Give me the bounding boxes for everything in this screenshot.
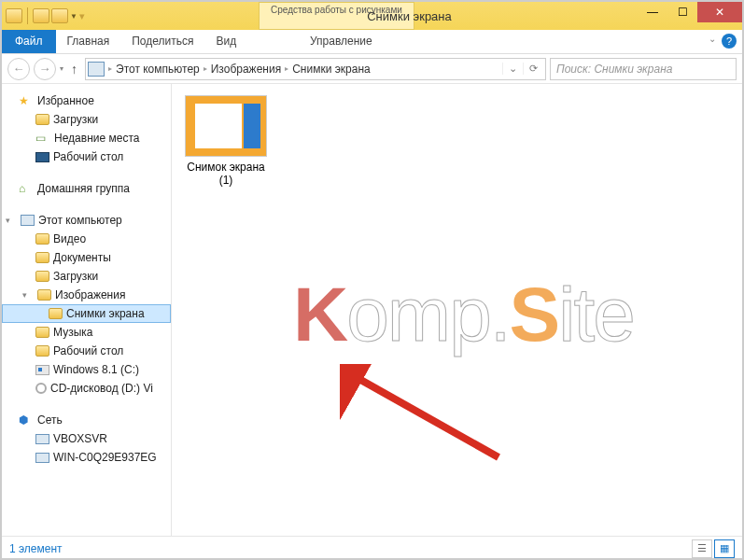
folder-icon [35,327,49,338]
minimize-button[interactable]: — [638,2,667,22]
tree-label: Загрузки [53,113,98,126]
tab-view[interactable]: Вид [204,30,247,53]
expand-icon[interactable]: ▾ [22,290,32,300]
tree-label: Windows 8.1 (C:) [53,363,139,376]
new-folder-icon[interactable] [51,8,68,23]
netpc-icon [35,453,49,463]
file-label: Снимок экрана (1) [183,161,269,187]
back-button[interactable]: ← [7,58,30,80]
qat-dropdown-icon[interactable]: ▼ [70,12,77,21]
up-button[interactable]: ↑ [67,62,81,77]
view-details-button[interactable]: ☰ [692,539,712,558]
search-input[interactable]: Поиск: Снимки экрана [550,58,737,80]
annotation-arrow [340,364,526,476]
refresh-icon[interactable]: ⟳ [523,63,543,75]
watermark: Komp.Site [293,271,634,358]
svg-line-0 [349,373,498,457]
star-icon: ★ [19,94,34,107]
desktop-icon [35,152,49,162]
pc-icon [88,62,105,77]
tab-home[interactable]: Главная [56,30,121,53]
history-dropdown-icon[interactable]: ▾ [60,64,63,73]
address-bar[interactable]: ▸ Этот компьютер ▸ Изображения ▸ Снимки … [85,58,546,80]
window-controls: — ☐ ✕ [638,2,742,22]
maximize-button[interactable]: ☐ [667,2,697,22]
sidebar-item-winpc[interactable]: WIN-C0Q29E937EG [2,448,171,467]
tab-manage[interactable]: Управление [299,30,384,52]
file-thumbnail [185,95,267,157]
tree-label: Избранное [37,94,94,107]
cd-icon [35,383,47,394]
folder-icon [35,114,49,125]
folder-icon [49,308,63,319]
sidebar-item-cd-drive[interactable]: CD-дисковод (D:) Vi [2,379,171,398]
file-tab[interactable]: Файл [2,30,56,53]
tree-label: CD-дисковод (D:) Vi [50,382,153,395]
tree-label: Этот компьютер [38,214,122,227]
separator [27,7,28,24]
tree-label: Сеть [37,413,63,427]
help-icon[interactable]: ? [722,34,737,49]
statusbar: 1 элемент ☰ ▦ [2,536,742,560]
view-icons-button[interactable]: ▦ [714,539,735,558]
sidebar-favorites[interactable]: ★Избранное [2,91,171,110]
forward-button[interactable]: → [34,58,56,80]
titlebar: ▼ ▾ Средства работы с рисунками Снимки э… [2,2,742,30]
sidebar-item-music[interactable]: Музыка [2,323,171,342]
folder-icon [35,271,49,282]
tree-label: Рабочий стол [53,150,123,163]
folder-icon [37,289,51,301]
qat-customize-icon[interactable]: ▾ [79,10,85,22]
navigation-bar: ← → ▾ ↑ ▸ Этот компьютер ▸ Изображения ▸… [2,54,742,84]
tree-label: Музыка [53,326,92,339]
sidebar-item-desktop-2[interactable]: Рабочий стол [2,342,171,360]
quick-access-toolbar: ▼ ▾ [2,7,89,24]
crumb-screenshots[interactable]: Снимки экрана [288,63,374,76]
app-icon[interactable] [6,8,22,23]
crumb-pictures[interactable]: Изображения [207,63,285,76]
homegroup-icon: ⌂ [19,182,34,195]
sidebar-homegroup[interactable]: ⌂Домашняя группа [2,179,171,198]
sidebar-item-documents[interactable]: Документы [2,248,171,267]
network-icon: ⬢ [19,413,34,427]
address-dropdown-icon[interactable]: ⌄ [502,63,523,75]
tree-label: Снимки экрана [66,307,145,320]
sidebar-item-pictures[interactable]: ▾Изображения [2,286,171,304]
navigation-pane: ★Избранное Загрузки ▭Недавние места Рабо… [2,84,172,536]
window-title: Снимки экрана [292,9,452,23]
netpc-icon [35,434,49,444]
ribbon-expand-icon[interactable]: ⌄ [709,34,716,49]
drive-icon [35,365,49,375]
sidebar-computer[interactable]: ▾Этот компьютер [2,211,171,230]
sidebar-item-desktop[interactable]: Рабочий стол [2,147,171,166]
sidebar-item-vboxsvr[interactable]: VBOXSVR [2,429,171,448]
tree-label: Изображения [55,288,125,301]
properties-icon[interactable] [33,8,49,23]
tree-label: Домашняя группа [37,182,130,195]
tree-label: Рабочий стол [53,344,123,357]
ribbon-tabs: Файл Главная Поделиться Вид Управление ⌄… [2,30,742,54]
file-item[interactable]: Снимок экрана (1) [183,95,269,187]
folder-icon [35,233,49,245]
status-text: 1 элемент [9,542,63,555]
folder-icon [35,252,49,263]
close-button[interactable]: ✕ [697,2,742,22]
tree-label: Загрузки [53,270,98,283]
folder-icon [35,345,49,357]
tab-share[interactable]: Поделиться [120,30,204,53]
crumb-computer[interactable]: Этот компьютер [112,63,204,76]
sidebar-network[interactable]: ⬢Сеть [2,411,171,429]
recent-icon: ▭ [35,132,50,145]
sidebar-item-recent[interactable]: ▭Недавние места [2,129,171,147]
tree-label: VBOXSVR [53,432,107,445]
tree-label: Недавние места [54,132,139,145]
tree-label: Видео [53,232,86,245]
tree-label: WIN-C0Q29E937EG [53,451,157,464]
sidebar-item-screenshots[interactable]: Снимки экрана [2,304,171,323]
sidebar-item-downloads[interactable]: Загрузки [2,110,171,129]
sidebar-item-downloads-2[interactable]: Загрузки [2,267,171,286]
expand-icon[interactable]: ▾ [6,216,15,225]
sidebar-item-drive-c[interactable]: Windows 8.1 (C:) [2,360,171,379]
content-area[interactable]: Снимок экрана (1) Komp.Site [172,84,742,536]
sidebar-item-videos[interactable]: Видео [2,230,171,248]
